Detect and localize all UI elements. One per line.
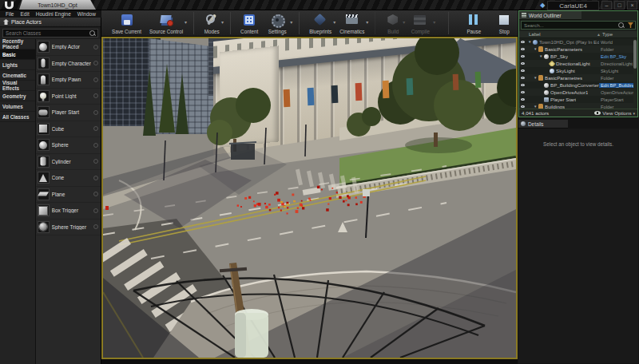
chevron-down-icon[interactable]: ▾ bbox=[433, 19, 435, 25]
visibility-eye-icon[interactable] bbox=[519, 77, 526, 80]
category-item[interactable]: Basic bbox=[0, 49, 35, 60]
visibility-eye-icon[interactable] bbox=[519, 55, 526, 58]
play-control-button[interactable]: Stop bbox=[489, 12, 519, 34]
category-item[interactable]: Volumes bbox=[0, 101, 35, 112]
place-actors-title: Place Actors bbox=[11, 19, 42, 25]
menu-item[interactable]: Edit bbox=[17, 11, 32, 17]
menu-item[interactable]: Houdini Engine bbox=[33, 11, 74, 17]
outliner-search bbox=[521, 21, 636, 30]
chevron-down-icon[interactable]: ▾ bbox=[185, 19, 187, 25]
play-control-button[interactable]: Pause bbox=[458, 12, 489, 34]
outliner-row[interactable]: ▼ Player Start PlayerStart bbox=[519, 96, 636, 103]
visibility-eye-icon[interactable] bbox=[519, 91, 526, 94]
chevron-down-icon[interactable]: ▾ bbox=[221, 19, 224, 25]
scrollbar-thumb[interactable] bbox=[633, 40, 637, 69]
category-item[interactable]: Lights bbox=[0, 60, 35, 70]
placeable-actor-item[interactable]: Cone bbox=[36, 170, 101, 187]
placeable-actor-item[interactable]: Point Light bbox=[36, 89, 101, 105]
outliner-row[interactable]: ▼ BasicParameters Folder bbox=[519, 46, 636, 53]
drag-handle-icon[interactable] bbox=[93, 61, 98, 65]
outliner-row[interactable]: ▼ Town10HD_Opt (Play In Editor) World bbox=[519, 38, 636, 46]
placeable-actor-item[interactable]: Empty Pawn bbox=[36, 72, 101, 89]
outliner-row[interactable]: ▼ BP_Sky Edit BP_Sky bbox=[519, 53, 636, 60]
drag-handle-icon[interactable] bbox=[93, 45, 98, 49]
level-viewport[interactable] bbox=[101, 37, 518, 359]
chevron-down-icon[interactable]: ▾ bbox=[633, 111, 635, 116]
toolbar-button[interactable]: Settings ▾ bbox=[262, 12, 292, 34]
outliner-row[interactable]: ▼ SkyLight SkyLight bbox=[519, 67, 636, 74]
toolbar-button[interactable]: Build ▾ bbox=[375, 12, 405, 34]
placeable-actor-item[interactable]: Cube bbox=[36, 121, 101, 138]
outliner-row[interactable]: ▼ OpenDriveActor1 OpenDriveActor bbox=[519, 89, 636, 96]
category-item[interactable]: Geometry bbox=[0, 91, 35, 101]
view-options-button[interactable]: View Options bbox=[602, 110, 631, 116]
drag-handle-icon[interactable] bbox=[93, 208, 98, 213]
category-item[interactable]: Recently Placed bbox=[0, 39, 35, 49]
place-actors-search bbox=[2, 29, 98, 38]
viewport-bottom-strip bbox=[101, 359, 518, 364]
details-tab[interactable]: Details bbox=[518, 120, 568, 129]
world-outliner-tab[interactable]: World Outliner bbox=[519, 11, 581, 20]
placeable-actor-item[interactable]: Box Trigger bbox=[36, 203, 101, 220]
toolbar-button[interactable]: Save Current ▾ bbox=[108, 12, 145, 34]
toolbar-button[interactable]: Source Control ▾ bbox=[145, 12, 187, 34]
filter-icon[interactable] bbox=[628, 22, 633, 28]
chevron-down-icon[interactable]: ▾ bbox=[290, 19, 292, 25]
placeable-actor-item[interactable]: Sphere bbox=[36, 137, 101, 154]
drag-handle-icon[interactable] bbox=[93, 224, 98, 229]
placeable-actor-item[interactable]: Sphere Trigger bbox=[36, 220, 101, 236]
world-outliner-icon bbox=[522, 13, 526, 18]
category-item[interactable]: Visual Effects bbox=[0, 81, 35, 91]
outliner-search-input[interactable] bbox=[522, 22, 617, 29]
outliner-scrollbar[interactable] bbox=[633, 38, 637, 110]
drag-handle-icon[interactable] bbox=[93, 143, 98, 148]
drag-handle-icon[interactable] bbox=[93, 192, 98, 196]
visibility-eye-icon[interactable] bbox=[519, 41, 526, 44]
type-column-header[interactable]: Type bbox=[601, 32, 637, 37]
toolbar-button[interactable]: Content ▾ bbox=[230, 12, 262, 34]
toolbar-button[interactable]: Blueprints ▾ bbox=[299, 12, 335, 34]
placeable-actor-item[interactable]: Cylinder bbox=[36, 154, 101, 171]
actor-type-icon bbox=[544, 90, 549, 95]
placeable-actor-item[interactable]: Plane bbox=[36, 187, 101, 204]
placeable-actor-item[interactable]: Player Start bbox=[36, 105, 101, 121]
toolbar-button[interactable]: Cinematics ▾ bbox=[335, 12, 368, 34]
visibility-eye-icon[interactable] bbox=[519, 69, 526, 73]
menu-item[interactable]: File bbox=[2, 11, 17, 17]
drag-handle-icon[interactable] bbox=[93, 93, 98, 98]
menu-item[interactable]: Window bbox=[74, 11, 99, 17]
placeable-actor-item[interactable]: Empty Actor bbox=[36, 39, 101, 56]
category-item[interactable]: All Classes bbox=[0, 112, 35, 122]
minimize-button[interactable]: – bbox=[601, 1, 612, 10]
toolbar-button-icon bbox=[413, 13, 427, 27]
place-actors-tab[interactable]: Place Actors bbox=[0, 18, 101, 27]
drag-handle-icon[interactable] bbox=[93, 176, 98, 180]
visibility-eye-icon[interactable] bbox=[519, 48, 526, 51]
visibility-eye-icon[interactable] bbox=[519, 98, 526, 101]
details-panel: Select an object to view details. bbox=[518, 129, 638, 363]
drag-handle-icon[interactable] bbox=[93, 110, 98, 115]
viewport-scene bbox=[103, 38, 516, 358]
toolbar-button[interactable]: Modes ▾ bbox=[193, 12, 224, 34]
drag-handle-icon[interactable] bbox=[93, 126, 98, 131]
placeable-actor-item[interactable]: Empty Character bbox=[36, 56, 101, 73]
outliner-row[interactable]: ▼ BP_BuildingConverterToCode Edit BP_Bui… bbox=[519, 81, 636, 89]
toolbar-button[interactable]: Compile ▾ bbox=[405, 12, 435, 34]
outliner-row[interactable]: ▼ DirectionalLight DirectionalLight bbox=[519, 60, 636, 67]
search-classes-input[interactable] bbox=[3, 30, 89, 37]
drag-handle-icon[interactable] bbox=[93, 159, 98, 164]
maximize-button[interactable]: □ bbox=[614, 1, 625, 10]
level-tab[interactable]: Town10HD_Opt bbox=[19, 0, 96, 10]
title-bar: Town10HD_Opt ◆ CarlaUE4 – □ × bbox=[0, 0, 639, 10]
actor-thumbnail-icon bbox=[38, 57, 50, 69]
outliner-row[interactable]: ▼ BasicParametres Folder bbox=[519, 74, 636, 81]
actor-thumbnail-icon bbox=[38, 139, 50, 151]
label-column-header[interactable]: Label bbox=[519, 32, 597, 37]
drag-handle-icon[interactable] bbox=[93, 77, 98, 82]
visibility-eye-icon[interactable] bbox=[519, 84, 526, 87]
chevron-down-icon[interactable]: ▾ bbox=[366, 19, 368, 25]
close-button[interactable]: × bbox=[627, 1, 637, 10]
visibility-eye-icon[interactable] bbox=[519, 105, 526, 109]
toolbar-button-icon bbox=[313, 13, 327, 27]
visibility-eye-icon[interactable] bbox=[519, 62, 526, 65]
